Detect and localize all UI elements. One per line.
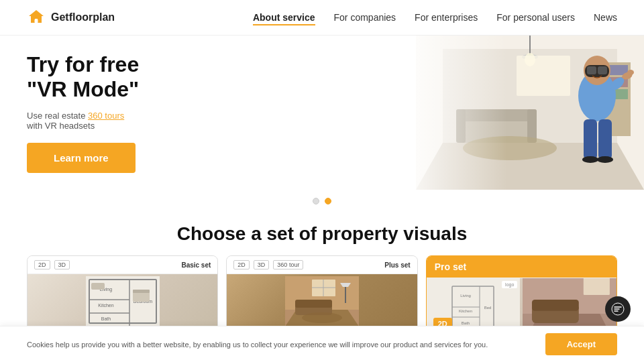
svg-text:Kitchen: Kitchen xyxy=(98,303,113,308)
hero-description: Use real estate 360 tours with VR headse… xyxy=(27,111,282,131)
tag-2d-plus: 2D xyxy=(233,260,250,269)
svg-rect-65 xyxy=(532,300,579,311)
navbar: Getfloorplan About service For companies… xyxy=(0,0,644,36)
nav-item-news[interactable]: News xyxy=(594,11,617,23)
svg-rect-66 xyxy=(584,278,610,295)
svg-text:Living: Living xyxy=(461,294,472,298)
cookie-text: Cookies help us provide you with a bette… xyxy=(27,341,532,349)
svg-rect-40 xyxy=(133,290,150,293)
card-plus-badge: Plus set xyxy=(384,261,410,269)
svg-point-46 xyxy=(302,312,342,323)
card-basic-image: Living Kitchen Bath Bedroom xyxy=(28,274,217,328)
svg-text:Kitchen: Kitchen xyxy=(459,309,472,313)
section-heading: Choose a set of property visuals xyxy=(0,210,644,255)
hero-image xyxy=(416,36,644,190)
card-plus-image xyxy=(227,274,417,328)
hero-section: Try for free "VR Mode" Use real estate 3… xyxy=(0,36,644,190)
tag-3d-basic: 3D xyxy=(54,260,70,269)
logo-tag: logo xyxy=(502,281,517,288)
nav-item-companies[interactable]: For companies xyxy=(334,11,396,23)
cookie-banner: Cookies help us provide you with a bette… xyxy=(0,326,644,362)
carousel-dot-1[interactable] xyxy=(313,198,319,204)
svg-rect-45 xyxy=(295,300,332,308)
card-pro-badge: Pro set xyxy=(435,261,466,272)
svg-text:Bath: Bath xyxy=(101,316,111,321)
nav-item-enterprises[interactable]: For enterprises xyxy=(415,11,478,23)
svg-text:Bath: Bath xyxy=(462,321,470,325)
tag-2d-basic: 2D xyxy=(34,260,50,269)
room-photo-svg xyxy=(285,276,359,326)
hero-link[interactable]: 360 tours xyxy=(88,111,124,121)
logo-text: Getfloorplan xyxy=(51,11,115,23)
tag-360-plus: 360 tour xyxy=(273,260,303,269)
tag-3d-plus: 3D xyxy=(254,260,270,269)
accept-button[interactable]: Accept xyxy=(545,333,617,355)
logo-icon xyxy=(27,8,46,27)
nav-item-personal[interactable]: For personal users xyxy=(496,11,575,23)
card-pro-header: Pro set xyxy=(427,256,616,278)
card-plus-header: 2D 3D 360 tour Plus set xyxy=(227,256,417,274)
chat-bubble[interactable] xyxy=(605,296,631,322)
svg-rect-0 xyxy=(34,19,38,23)
card-basic-header: 2D 3D Basic set xyxy=(28,256,217,274)
logo[interactable]: Getfloorplan xyxy=(27,8,115,27)
carousel-dot-2[interactable] xyxy=(325,198,331,204)
learn-more-button[interactable]: Learn more xyxy=(27,143,136,173)
svg-text:Bed: Bed xyxy=(484,306,492,310)
svg-rect-38 xyxy=(91,283,105,290)
floor-plan-svg: Living Kitchen Bath Bedroom xyxy=(86,276,160,326)
card-basic-badge: Basic set xyxy=(181,261,211,269)
hero-heading: Try for free "VR Mode" xyxy=(27,52,282,102)
chat-icon xyxy=(611,302,625,316)
nav-item-about[interactable]: About service xyxy=(253,11,315,23)
nav-links: About service For companies For enterpri… xyxy=(253,11,617,23)
pro-floor-plan-svg: Living Kitchen Bath Bed xyxy=(449,284,496,330)
carousel-dots xyxy=(0,190,644,210)
hero-text: Try for free "VR Mode" Use real estate 3… xyxy=(27,52,282,174)
